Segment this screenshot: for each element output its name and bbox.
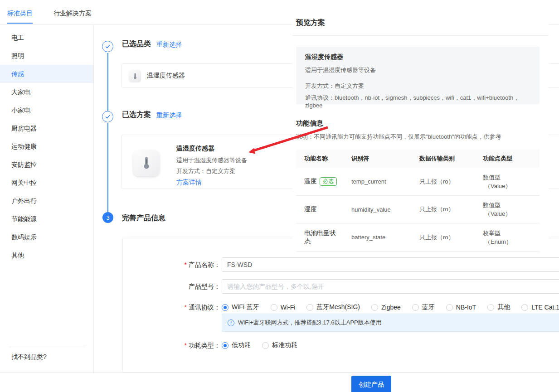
summary-dev-mode: 开发方式：自定义方案 — [305, 82, 530, 90]
sidebar-item-energy[interactable]: 节能能源 — [0, 210, 93, 228]
tab-industry-solution[interactable]: 行业解决方案 — [53, 10, 92, 18]
dp-type-code: （Enum） — [483, 237, 540, 246]
step2-check-circle — [102, 111, 113, 122]
protocol-label-text: 通讯协议： — [189, 304, 220, 311]
power-type-label-text: 功耗类型： — [189, 342, 220, 349]
cell-transfer-type: 只上报（ro） — [419, 233, 483, 242]
summary-desc: 适用于温湿度传感器等设备 — [305, 66, 530, 74]
product-model-label-text: 产品型号： — [189, 283, 220, 290]
protocol-radio-group: WiFi-蓝牙 Wi-Fi 蓝牙Mesh(SIG) Zigbee 蓝牙 NB-I… — [222, 300, 559, 315]
col-dp-type: 功能点类型 — [483, 155, 540, 163]
radio-icon[interactable] — [306, 304, 313, 311]
step1-check-circle — [102, 41, 113, 52]
power-option-label: 低功耗 — [232, 341, 251, 349]
protocol-label: *通讯协议： — [123, 300, 220, 315]
protocol-option-label: WiFi-蓝牙 — [232, 303, 259, 311]
col-function-name: 功能名称 — [296, 155, 351, 163]
preview-drawer: 预览方案 温湿度传感器 适用于温湿度传感器等设备 开发方式：自定义方案 通讯协议… — [292, 0, 549, 253]
footer-divider — [0, 373, 559, 373]
table-row: 湿度 humidity_value 只上报（ro） 数值型（Value） — [296, 196, 540, 223]
protocol-option-ble[interactable]: 蓝牙 — [412, 303, 435, 311]
sidebar-item-kitchen-appliance[interactable]: 厨房电器 — [0, 119, 93, 137]
radio-icon[interactable] — [412, 304, 419, 311]
protocol-option-nbiot[interactable]: NB-IoT — [446, 304, 476, 311]
radio-icon[interactable] — [521, 304, 528, 311]
function-name: 温度 — [304, 177, 317, 184]
dp-type-code: （Value） — [483, 209, 540, 218]
function-name: 湿度 — [304, 205, 317, 213]
sidebar-item-sport-health[interactable]: 运动健康 — [0, 137, 93, 155]
power-type-label: *功耗类型： — [123, 338, 220, 353]
radio-icon[interactable] — [271, 304, 277, 311]
product-model-input[interactable] — [222, 279, 559, 294]
solution-dev-mode: 开发方式：自定义方案 — [176, 167, 247, 175]
function-table-header: 功能名称 识别符 数据传输类别 功能点类型 — [296, 150, 540, 168]
dp-type-name: 枚举型 — [483, 229, 540, 237]
radio-selected-icon[interactable] — [222, 342, 228, 349]
create-product-button[interactable]: 创建产品 — [351, 376, 391, 392]
category-sidebar: 电工 照明 传感 大家电 小家电 厨房电器 运动健康 安防监控 网关中控 户外出… — [0, 25, 94, 373]
protocol-option-ble-mesh[interactable]: 蓝牙Mesh(SIG) — [306, 303, 360, 311]
protocol-option-other[interactable]: 其他 — [487, 303, 510, 311]
cell-dp-type: 数值型（Value） — [483, 173, 540, 190]
cannot-find-category-link[interactable]: 找不到品类? — [11, 348, 47, 366]
table-row: 电池电量状态 battery_state 只上报（ro） 枚举型（Enum） — [296, 223, 540, 252]
thermometer-icon — [133, 150, 160, 176]
cell-dp-type: 枚举型（Enum） — [483, 229, 540, 246]
step1-title: 已选品类 — [122, 39, 151, 49]
protocol-option-label: 蓝牙 — [422, 303, 435, 311]
sidebar-item-sensor[interactable]: 传感 — [0, 65, 93, 83]
dp-type-code: （Value） — [483, 182, 540, 190]
step3-title: 完善产品信息 — [122, 213, 165, 223]
sidebar-item-large-appliance[interactable]: 大家电 — [0, 83, 93, 101]
protocol-option-wifi[interactable]: Wi-Fi — [271, 304, 296, 311]
preview-title: 预览方案 — [296, 18, 325, 28]
sidebar-footer-divider — [9, 347, 86, 347]
power-option-standard[interactable]: 标准功耗 — [262, 341, 297, 349]
protocol-option-lte-cat1[interactable]: LTE Cat.1 — [521, 304, 559, 311]
sidebar-item-others[interactable]: 其他 — [0, 246, 93, 264]
protocol-option-label: NB-IoT — [456, 304, 476, 311]
protocol-hint-text: WiFi+蓝牙联网方式，推荐搭配3.17.6以上APP版本使用 — [238, 319, 382, 327]
step-connector-1 — [107, 53, 108, 111]
selected-category-name: 温湿度传感器 — [147, 64, 185, 87]
function-table: 功能名称 识别符 数据传输类别 功能点类型 温度必选 temp_current … — [296, 150, 540, 252]
function-name: 电池电量状态 — [304, 229, 336, 245]
radio-icon[interactable] — [487, 304, 494, 311]
cell-function-name: 电池电量状态 — [296, 229, 351, 246]
protocol-option-label: 其他 — [497, 303, 510, 311]
cell-identifier: battery_state — [351, 234, 419, 241]
summary-name: 温湿度传感器 — [305, 53, 530, 61]
sidebar-item-electrical[interactable]: 电工 — [0, 29, 93, 47]
step-connector-2 — [107, 123, 108, 212]
protocol-option-wifi-ble[interactable]: WiFi-蓝牙 — [222, 303, 259, 311]
step2-reselect-link[interactable]: 重新选择 — [156, 111, 182, 120]
cell-function-name: 温度必选 — [296, 177, 351, 186]
sidebar-item-security-monitor[interactable]: 安防监控 — [0, 155, 93, 174]
sidebar-item-digital-entertainment[interactable]: 数码娱乐 — [0, 228, 93, 246]
sidebar-item-gateway[interactable]: 网关中控 — [0, 174, 93, 192]
product-name-input[interactable] — [222, 257, 559, 272]
required-badge: 必选 — [320, 177, 337, 186]
info-icon: i — [228, 319, 234, 326]
radio-icon[interactable] — [446, 304, 453, 311]
preview-title-divider — [292, 35, 549, 36]
radio-icon[interactable] — [262, 342, 269, 349]
radio-icon[interactable] — [371, 304, 378, 311]
protocol-option-zigbee[interactable]: Zigbee — [371, 304, 401, 311]
sidebar-item-lighting[interactable]: 照明 — [0, 47, 93, 65]
col-transfer-type: 数据传输类别 — [419, 155, 483, 163]
sidebar-item-small-appliance[interactable]: 小家电 — [0, 101, 93, 119]
tab-industry-label: 行业解决方案 — [53, 10, 92, 17]
tab-standard-category[interactable]: 标准类目 — [7, 10, 33, 18]
solution-desc: 适用于温湿度传感器等设备 — [176, 156, 247, 165]
solution-detail-link[interactable]: 方案详情 — [176, 179, 247, 187]
power-option-low[interactable]: 低功耗 — [222, 341, 251, 349]
cell-function-name: 湿度 — [296, 205, 351, 213]
product-name-label: *产品名称： — [123, 257, 220, 272]
step1-reselect-link[interactable]: 重新选择 — [156, 41, 182, 49]
step2-title: 已选方案 — [122, 110, 151, 120]
radio-selected-icon[interactable] — [222, 304, 228, 311]
sidebar-item-outdoor[interactable]: 户外出行 — [0, 192, 93, 210]
required-mark: * — [185, 304, 187, 311]
